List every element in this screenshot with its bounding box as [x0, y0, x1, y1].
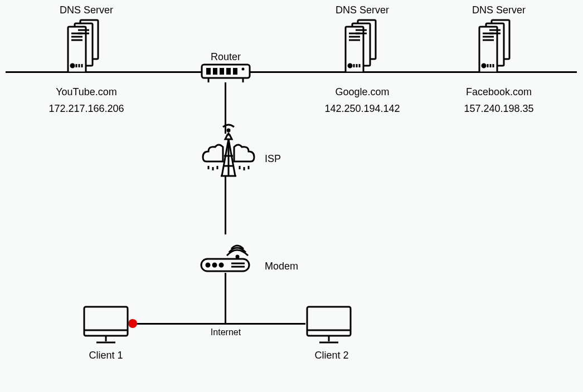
isp-icon [201, 122, 256, 184]
server1-title: DNS Server [60, 4, 113, 16]
svg-point-62 [213, 263, 216, 267]
router-icon [201, 61, 251, 84]
svg-rect-41 [233, 68, 237, 75]
network-diagram: DNS Server YouTube.com 172.217.166.206 D… [0, 0, 583, 392]
svg-rect-37 [206, 68, 211, 75]
svg-rect-66 [84, 307, 128, 336]
server2-ip: 142.250.194.142 [324, 103, 400, 115]
svg-rect-70 [307, 307, 351, 336]
svg-rect-40 [226, 68, 231, 75]
server-icon [62, 17, 107, 72]
server2-domain: Google.com [335, 86, 389, 98]
isp-label: ISP [265, 153, 281, 165]
monitor-icon [81, 303, 131, 348]
server3-title: DNS Server [472, 4, 526, 16]
svg-point-45 [227, 129, 230, 131]
svg-rect-39 [220, 68, 224, 75]
monitor-icon [304, 303, 354, 348]
svg-point-18 [348, 64, 352, 67]
server2-title: DNS Server [336, 4, 389, 16]
svg-point-63 [220, 263, 223, 267]
link-modem-internet [225, 273, 226, 324]
server1-domain: YouTube.com [56, 86, 117, 98]
svg-rect-38 [213, 68, 217, 75]
server1-ip: 172.217.166.206 [48, 103, 124, 115]
link-isp-modem [225, 176, 226, 234]
client2-label: Client 2 [314, 350, 348, 361]
internet-label: Internet [211, 327, 241, 337]
client1-label: Client 1 [89, 350, 123, 361]
modem-icon [198, 231, 259, 275]
server3-domain: Facebook.com [466, 86, 532, 98]
svg-point-30 [482, 64, 485, 67]
server3-ip: 157.240.198.35 [464, 103, 533, 115]
server-icon [340, 17, 385, 72]
svg-point-42 [242, 68, 245, 71]
svg-point-61 [206, 263, 210, 267]
svg-point-6 [71, 64, 74, 67]
client-branch-line [133, 323, 305, 325]
modem-label: Modem [265, 261, 298, 272]
server-icon [474, 17, 518, 72]
